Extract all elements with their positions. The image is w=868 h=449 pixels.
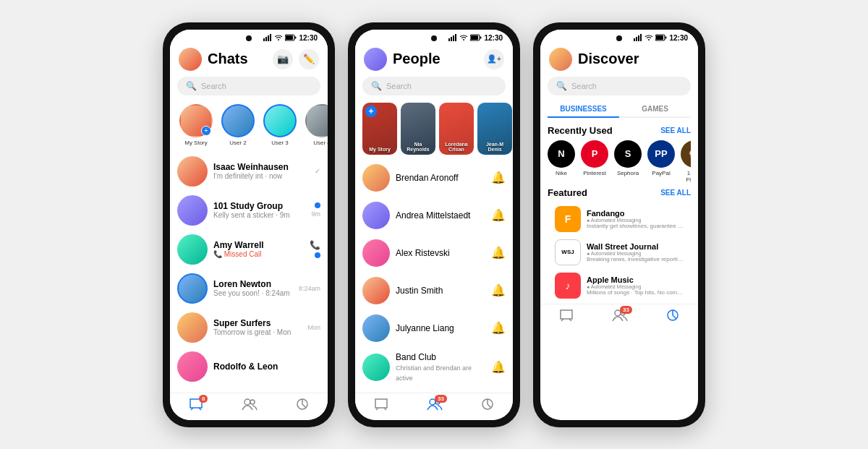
search-bar[interactable]: 🔍Search	[362, 77, 506, 95]
phone-icon: 📞	[310, 240, 320, 250]
story-label: My Story	[177, 140, 215, 146]
camera-dot	[246, 35, 252, 41]
chat-item[interactable]: Super Surfers Tomorrow is great · Mon Mo…	[170, 308, 328, 347]
people-avatar	[362, 202, 390, 229]
people-story-item[interactable]: Loredana Crisan	[439, 103, 474, 155]
people-item[interactable]: Band ClubChristian and Brendan are activ…	[355, 347, 513, 388]
people-item[interactable]: Brendan Aronoff 🔔	[355, 159, 513, 197]
search-icon: 🔍	[371, 81, 382, 91]
featured-icon: ♪	[555, 273, 581, 299]
people-story-item[interactable]: Jean-M Denis	[477, 103, 512, 155]
people-action-icon[interactable]: 🔔	[491, 171, 506, 184]
chat-avatar	[177, 273, 208, 304]
avatar	[364, 48, 387, 71]
brand-label: 1-800 Flow...	[681, 170, 691, 183]
chat-name: Rodolfo & Leon	[213, 362, 315, 372]
automated-badge: ● Automated Messaging	[587, 284, 684, 289]
chat-name: 101 Study Group	[213, 201, 305, 211]
status-icons	[634, 34, 667, 41]
nav-btn-0[interactable]	[374, 398, 388, 414]
people-name: Andrea Mittelstaedt	[396, 210, 485, 221]
camera-button[interactable]: 📷	[273, 49, 293, 69]
featured-desc: Breaking news, investigative reporting..…	[587, 256, 684, 262]
svg-rect-2	[268, 35, 269, 41]
featured-name: Fandango	[587, 209, 684, 218]
see-all-button[interactable]: SEE ALL	[660, 189, 691, 197]
brand-icon-pinterest: P	[581, 140, 608, 168]
chat-preview: Tomorrow is great · Mon	[213, 328, 302, 336]
people-action-icon[interactable]: 🔔	[491, 283, 506, 297]
people-item[interactable]: Julyanne Liang 🔔	[355, 309, 513, 347]
featured-item[interactable]: F Fandango ● Automated Messaging Instant…	[548, 202, 691, 236]
story-avatar	[263, 104, 297, 137]
brand-icon-1-800 flow...: 🌸	[681, 140, 691, 168]
people-list: Brendan Aronoff 🔔 Andrea Mittelstaedt 🔔 …	[355, 159, 513, 393]
nav-btn-0[interactable]: 8	[189, 398, 203, 414]
story-item[interactable]: User 4	[303, 104, 328, 146]
time-label: Mon	[307, 324, 320, 331]
story-item[interactable]: +My Story	[177, 104, 215, 146]
nav-btn-1[interactable]	[242, 398, 258, 414]
featured-item[interactable]: WSJ Wall Street Journal ● Automated Mess…	[548, 236, 691, 269]
people-item[interactable]: Justin Smith 🔔	[355, 272, 513, 309]
brand-item[interactable]: S Sephora	[614, 140, 642, 183]
svg-rect-26	[656, 35, 663, 40]
people-name: Alex Ristevski	[396, 248, 485, 258]
nav-icon-2	[481, 398, 494, 414]
story-item[interactable]: User 2	[219, 104, 257, 146]
unread-badge	[315, 202, 320, 208]
add-person-button[interactable]: 👤+	[484, 49, 504, 69]
phone-people: 12:30 People 👤+ 🔍Search + My Story Nia R…	[348, 22, 520, 427]
people-story-item[interactable]: Nia Reynolds	[401, 103, 435, 155]
see-all-button[interactable]: SEE ALL	[660, 127, 691, 134]
people-action-icon[interactable]: 🔔	[491, 360, 506, 374]
section-title: Featured	[548, 187, 587, 198]
nav-btn-2[interactable]	[481, 398, 494, 414]
chat-meta: 8:24am	[299, 285, 320, 292]
nav-btn-2[interactable]	[296, 398, 309, 414]
nav-icon-0	[559, 309, 574, 325]
tab-businesses[interactable]: BUSINESSES	[548, 101, 619, 118]
featured-item[interactable]: ♪ Apple Music ● Automated Messaging Mill…	[548, 269, 691, 302]
people-action-icon[interactable]: 🔔	[491, 208, 506, 222]
camera-dot	[431, 35, 437, 41]
featured-desc: Millions of songs · Top hits, No commit.…	[587, 289, 684, 296]
compose-button[interactable]: ✏️	[299, 49, 319, 69]
people-story-item[interactable]: + My Story	[362, 103, 397, 155]
people-item[interactable]: Alex Ristevski 🔔	[355, 234, 513, 272]
brand-item[interactable]: P Pinterest	[581, 140, 608, 183]
tab-games[interactable]: GAMES	[619, 101, 691, 116]
chat-item[interactable]: Rodolfo & Leon	[170, 347, 328, 386]
brand-item[interactable]: N Nike	[548, 140, 575, 183]
nav-icon-1	[242, 398, 258, 414]
svg-rect-23	[640, 34, 642, 41]
chat-avatar	[177, 351, 208, 382]
brand-icon-nike: N	[548, 140, 575, 168]
people-item[interactable]: Andrea Mittelstaedt 🔔	[355, 197, 513, 234]
nav-btn-1[interactable]: 33	[612, 309, 628, 325]
nav-btn-1[interactable]: 33	[427, 398, 443, 414]
featured-list: F Fandango ● Automated Messaging Instant…	[548, 202, 691, 302]
svg-rect-16	[471, 35, 478, 40]
story-item[interactable]: User 3	[261, 104, 299, 146]
nav-btn-0[interactable]	[559, 309, 574, 325]
chat-item[interactable]: 101 Study Group Kelly sent a sticker · 9…	[170, 191, 328, 230]
chat-preview: I'm definitely int · now	[213, 172, 309, 180]
search-placeholder: Search	[386, 82, 412, 90]
bottom-nav: 33	[540, 304, 698, 331]
brand-item[interactable]: 🌸 1-800 Flow...	[681, 140, 691, 183]
chat-item[interactable]: Isaac Weinhausen I'm definitely int · no…	[170, 152, 328, 191]
nav-btn-2[interactable]	[666, 309, 679, 325]
search-bar[interactable]: 🔍Search	[177, 77, 320, 95]
brand-item[interactable]: PP PayPal	[647, 140, 675, 183]
search-icon: 🔍	[186, 81, 197, 91]
people-story-row: + My Story Nia Reynolds Loredana Crisan …	[355, 98, 513, 159]
search-bar[interactable]: 🔍Search	[548, 77, 691, 95]
chat-item[interactable]: Loren Newton See you soon! · 8:24am 8:24…	[170, 269, 328, 308]
story-row: +My StoryUser 2User 3User 4User 5	[170, 98, 328, 152]
chat-item[interactable]: Amy Warrell 📞 Missed Call 📞	[170, 230, 328, 269]
people-action-icon[interactable]: 🔔	[491, 321, 506, 335]
avatar	[179, 48, 202, 71]
search-placeholder: Search	[571, 82, 597, 90]
people-action-icon[interactable]: 🔔	[491, 246, 506, 260]
